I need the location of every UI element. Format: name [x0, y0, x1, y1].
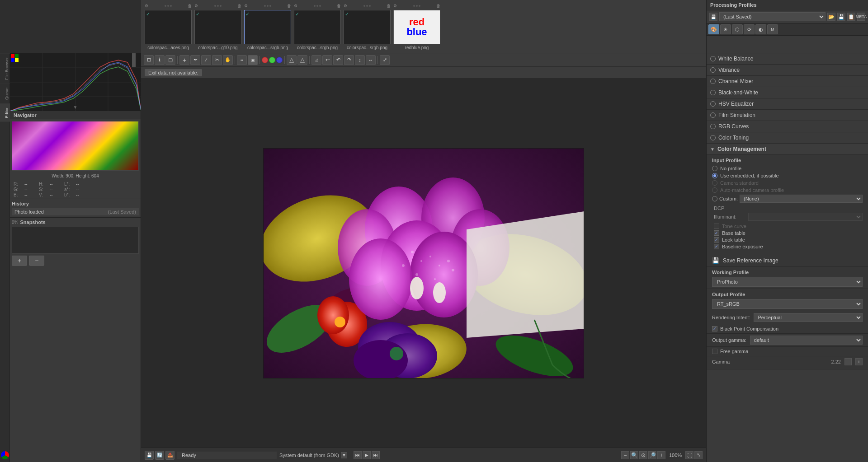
crop-btn[interactable]: ✂	[212, 55, 222, 65]
filmstrip-thumb-1[interactable]: ⚙ 🗑 ✓ colorspac...aces.png	[145, 3, 192, 50]
use-embedded-row[interactable]: Use embedded, if possible	[712, 173, 863, 178]
filmstrip-thumb-2[interactable]: ⚙ 🗑 ✓ colorspac...g10.png	[194, 3, 241, 50]
look-table-row[interactable]: ✓ Look table	[712, 237, 863, 243]
pp-load-btn[interactable]: 📂	[827, 13, 835, 21]
tab-queue[interactable]: Queue	[0, 84, 10, 103]
rotate-cw-btn[interactable]: ↷	[344, 55, 354, 65]
detach-btn[interactable]: ⤡	[694, 451, 703, 459]
warn-over-btn[interactable]: △	[297, 55, 307, 65]
tool-tab-raw[interactable]: ◐	[755, 24, 766, 34]
straighten-btn[interactable]: ∕	[201, 55, 211, 65]
disp-mode-2[interactable]: ▣	[248, 55, 258, 65]
channel-mixer-header[interactable]: Channel Mixer	[707, 76, 868, 87]
hsv-radio[interactable]	[710, 101, 716, 107]
pp-save-icon[interactable]: 💾	[709, 13, 717, 21]
expand-btn[interactable]: ↔	[366, 55, 376, 65]
zoom-fit-view-btn[interactable]: ⊙	[639, 451, 647, 459]
snapshot-add-btn[interactable]: +	[12, 256, 27, 266]
filmstrip-thumb-4[interactable]: ⚙ 🗑 ✓ colorspac...srgb.png	[294, 3, 341, 50]
rotate-ccw-btn[interactable]: ↶	[333, 55, 343, 65]
history-row[interactable]: Photo loaded (Last Saved)	[12, 208, 139, 215]
zoom-in-btn[interactable]: +	[657, 451, 665, 459]
hand-btn[interactable]: ✋	[223, 55, 233, 65]
rgb-curves-header[interactable]: RGB Curves	[707, 121, 868, 132]
tool-tab-color[interactable]: 🎨	[708, 24, 719, 34]
custom-select[interactable]: (None)	[740, 195, 863, 203]
custom-radio[interactable]	[712, 196, 717, 201]
info-btn[interactable]: ℹ	[155, 55, 165, 65]
image-viewer[interactable]	[141, 79, 706, 448]
custom-row[interactable]: Custom: (None)	[712, 195, 863, 203]
base-table-checkbox[interactable]: ✓	[714, 230, 719, 236]
gamma-incr-btn[interactable]: +	[855, 358, 863, 365]
play-btn[interactable]: ▶	[363, 451, 371, 459]
white-balance-header[interactable]: White Balance	[707, 53, 868, 64]
tone-curve-row[interactable]: Tone curve	[712, 224, 863, 229]
queue-btn[interactable]: 🔄	[155, 451, 164, 460]
tool-tab-meta[interactable]: M	[767, 24, 778, 34]
pp-copy-btn[interactable]: 📋	[847, 13, 855, 21]
illuminant-select[interactable]	[748, 213, 863, 221]
processing-profile-select[interactable]: (Last Saved)	[719, 12, 826, 21]
save-btn[interactable]: 💾	[145, 451, 154, 460]
color-toning-radio[interactable]	[710, 135, 716, 140]
film-sim-header[interactable]: Film Simulation	[707, 110, 868, 121]
status-system[interactable]: System default (from GDK) ▼	[279, 452, 347, 458]
baseline-exp-row[interactable]: ✓ Baseline exposure	[712, 244, 863, 249]
color-toning-header[interactable]: Color Toning	[707, 132, 868, 143]
baw-radio[interactable]	[710, 90, 716, 95]
tone-curve-checkbox[interactable]	[714, 224, 719, 229]
look-table-checkbox[interactable]: ✓	[714, 237, 719, 243]
gamma-decr-btn[interactable]: −	[844, 358, 852, 365]
no-profile-row[interactable]: No profile	[712, 166, 863, 171]
working-profile-select[interactable]: ProPhoto	[712, 277, 863, 287]
free-gamma-checkbox[interactable]	[712, 349, 717, 354]
base-table-row[interactable]: ✓ Base table	[712, 230, 863, 236]
maximize-btn[interactable]: ⤢	[380, 55, 390, 65]
save-reference-row[interactable]: 💾 Save Reference Image	[707, 254, 868, 267]
lock-btn[interactable]: ↕	[355, 55, 365, 65]
hsv-header[interactable]: HSV Equalizer	[707, 98, 868, 109]
rgb-curves-radio[interactable]	[710, 124, 716, 129]
vibrance-radio[interactable]	[710, 67, 716, 73]
export-btn[interactable]: 📤	[165, 451, 175, 460]
zoom-fit-btn[interactable]: ⊡	[144, 55, 154, 65]
zoom-out-btn[interactable]: −	[621, 451, 629, 459]
green-channel-btn[interactable]	[269, 57, 275, 63]
zoom-out2-btn[interactable]: 🔍	[630, 451, 638, 459]
no-profile-radio[interactable]	[712, 166, 717, 171]
rect-btn[interactable]: ▢	[165, 55, 175, 65]
vibrance-header[interactable]: Vibrance	[707, 65, 868, 75]
bpc-checkbox[interactable]: ✓	[712, 326, 717, 331]
pp-save-btn[interactable]: 💾	[837, 13, 845, 21]
pp-meta-btn[interactable]: META	[857, 13, 865, 21]
warn-under-btn[interactable]: △	[287, 55, 297, 65]
fullscreen-btn[interactable]: ⛶	[685, 451, 693, 459]
color-pick-btn[interactable]: ✒	[190, 55, 200, 65]
baw-header[interactable]: Black-and-White	[707, 87, 868, 98]
output-profile-select[interactable]: RT_sRGB	[712, 299, 863, 309]
tool-tab-exposure[interactable]: ☀	[720, 24, 731, 34]
output-gamma-select[interactable]: default	[750, 336, 863, 345]
zoom-100-btn[interactable]: 🔎	[648, 451, 656, 459]
red-channel-btn[interactable]	[262, 57, 268, 63]
blue-channel-btn[interactable]	[276, 57, 283, 63]
wb-radio[interactable]	[710, 56, 716, 61]
fliph-btn[interactable]: ↩	[322, 55, 332, 65]
filmstrip-thumb-redblue[interactable]: ⚙ 🗑 red blue redblue.png	[393, 3, 440, 50]
use-embedded-radio[interactable]	[712, 173, 717, 178]
channel-mixer-radio[interactable]	[710, 79, 716, 84]
film-sim-radio[interactable]	[710, 112, 716, 118]
before-after-btn[interactable]: ⊿	[311, 55, 321, 65]
baseline-exp-checkbox[interactable]: ✓	[714, 244, 719, 249]
color-management-header[interactable]: ▼ Color Management	[707, 144, 868, 155]
rendering-intent-select[interactable]: Perceptual	[754, 313, 863, 322]
tab-file-browser[interactable]: File Browser	[0, 53, 10, 84]
add-btn[interactable]: +	[179, 55, 189, 65]
filmstrip-thumb-3[interactable]: ⚙ 🗑 ✓ colorspac...srgb.png	[244, 3, 291, 50]
tool-tab-detail[interactable]: ⬡	[732, 24, 743, 34]
filmstrip-thumb-5[interactable]: ⚙ 🗑 ✓ colorspac...srgb.png	[344, 3, 391, 50]
tab-editor[interactable]: Editor	[0, 103, 10, 122]
tool-tab-transform[interactable]: ⟳	[744, 24, 755, 34]
disp-mode-1[interactable]: ▪▪	[237, 55, 247, 65]
